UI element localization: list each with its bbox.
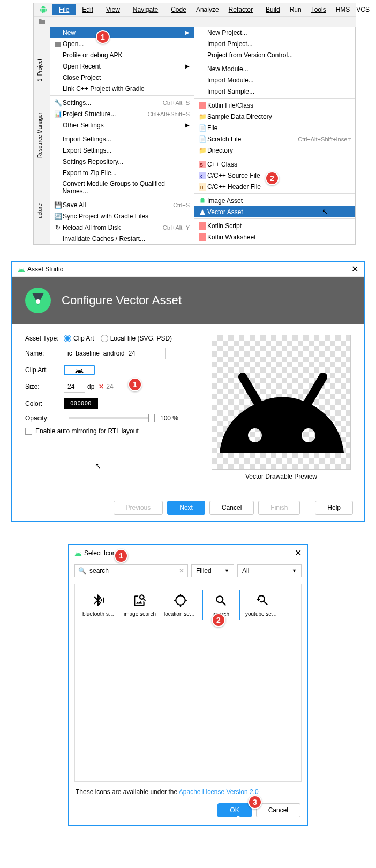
annotation-badge-2: 2: [265, 171, 279, 185]
menubar-analyze[interactable]: Analyze: [193, 4, 222, 15]
menu-settings[interactable]: 🔧Settings...Ctrl+Alt+S: [50, 97, 194, 108]
submenu-kotlin-worksheet[interactable]: Kotlin Worksheet: [194, 231, 355, 243]
cursor-icon: ↖: [236, 813, 243, 822]
annotation-badge-2: 2: [212, 613, 225, 627]
submenu-vector-asset[interactable]: Vector Asset↖: [194, 206, 355, 217]
cancel-button[interactable]: Cancel: [209, 501, 254, 515]
submenu-directory[interactable]: 📁Directory: [194, 145, 355, 156]
menu-sync-gradle[interactable]: 🔄Sync Project with Gradle Files: [50, 210, 194, 222]
mirroring-checkbox[interactable]: [25, 428, 32, 435]
reload-icon: ↻: [53, 224, 63, 231]
menubar-build[interactable]: Build: [259, 4, 287, 15]
asset-type-label: Asset Type:: [25, 335, 64, 342]
menu-open[interactable]: Open...: [50, 38, 194, 49]
menubar-hms[interactable]: HMS: [333, 4, 354, 15]
menu-convert-module[interactable]: Convert Module Groups to Qualified Names…: [50, 178, 194, 197]
submenu-import-module[interactable]: Import Module...: [194, 74, 355, 86]
menubar-navigate[interactable]: Navigate: [126, 4, 164, 15]
clip-art-button[interactable]: [64, 365, 95, 375]
icon-item-youtube-searched[interactable]: youtube searched: [243, 590, 281, 619]
color-picker[interactable]: 000000: [64, 398, 98, 409]
x-separator: ✕: [99, 383, 104, 390]
android-logo-icon: [74, 550, 82, 556]
local-file-radio[interactable]: [101, 335, 108, 342]
icon-item-image-search[interactable]: image search: [121, 590, 159, 619]
submenu-image-asset[interactable]: Image Asset: [194, 195, 355, 206]
submenu-scratch-file[interactable]: 📄Scratch FileCtrl+Alt+Shift+Insert: [194, 133, 355, 145]
search-icon: 🔍: [78, 567, 86, 575]
new-submenu: New Project... Import Project... Project…: [194, 27, 356, 244]
folder-icon: 📁: [198, 147, 207, 154]
menu-project-structure[interactable]: 📊Project Structure...Ctrl+Alt+Shift+S: [50, 108, 194, 119]
submenu-import-sample[interactable]: Import Sample...: [194, 86, 355, 97]
svg-text:S: S: [200, 162, 203, 168]
menu-other-settings[interactable]: Other Settings▶: [50, 119, 194, 131]
menubar-run[interactable]: Run: [287, 4, 305, 15]
menu-save-all[interactable]: 💾Save AllCtrl+S: [50, 199, 194, 210]
menu-export-zip[interactable]: Export to Zip File...: [50, 167, 194, 178]
menu-close-project[interactable]: Close Project: [50, 72, 194, 83]
finish-button[interactable]: Finish: [258, 501, 300, 515]
project-tab[interactable]: 1: Project: [37, 59, 43, 81]
ok-button[interactable]: OK: [217, 803, 251, 817]
opacity-slider[interactable]: [69, 417, 155, 419]
submenu-cpp-class[interactable]: SC++ Class: [194, 158, 355, 170]
close-button[interactable]: ✕: [295, 548, 302, 558]
clip-art-radio[interactable]: [64, 335, 71, 342]
menubar-vcs[interactable]: VCS: [353, 4, 373, 15]
menubar-window[interactable]: Window: [373, 4, 376, 15]
menu-import-settings[interactable]: Import Settings...: [50, 133, 194, 145]
submenu-new-module[interactable]: New Module...: [194, 63, 355, 74]
menubar-code[interactable]: Code: [164, 4, 193, 15]
size-label: Size:: [25, 383, 64, 390]
name-input[interactable]: [64, 348, 166, 359]
icon-search-input[interactable]: 🔍 search ✕: [74, 564, 188, 577]
submenu-new-project[interactable]: New Project...: [194, 27, 355, 38]
submenu-kotlin-script[interactable]: Kotlin Script: [194, 220, 355, 231]
menu-open-recent[interactable]: Open Recent▶: [50, 61, 194, 72]
preview-label: Vector Drawable Preview: [212, 470, 351, 484]
menu-new[interactable]: New▶: [50, 27, 194, 38]
submenu-kotlin-file[interactable]: Kotlin File/Class: [194, 100, 355, 111]
category-dropdown[interactable]: All▼: [237, 564, 302, 577]
menubar-refactor[interactable]: Refactor: [222, 4, 259, 15]
android-logo-icon: [36, 4, 50, 15]
open-folder-icon[interactable]: [38, 18, 46, 25]
menubar-tools[interactable]: Tools: [305, 4, 333, 15]
next-button[interactable]: Next: [167, 501, 205, 515]
wizard-header: Configure Vector Asset: [12, 277, 364, 324]
submenu-sample-data[interactable]: 📁Sample Data Directory: [194, 111, 355, 122]
icon-item-location-searching[interactable]: location searching: [162, 590, 199, 619]
tool-window-tabs: 1: Project Resource Manager ucture: [34, 27, 50, 244]
close-button[interactable]: ✕: [351, 264, 358, 274]
style-dropdown[interactable]: Filled▼: [191, 564, 234, 577]
icon-results-grid: bluetooth searching image search locatio…: [74, 584, 302, 782]
help-button[interactable]: Help: [315, 501, 353, 515]
menu-reload-disk[interactable]: ↻Reload All from DiskCtrl+Alt+Y: [50, 222, 194, 233]
menubar-view[interactable]: View: [100, 4, 126, 15]
icon-item-bluetooth[interactable]: bluetooth searching: [80, 590, 118, 619]
previous-button[interactable]: Previous: [114, 501, 163, 515]
clear-search-icon[interactable]: ✕: [179, 567, 184, 575]
menu-profile-apk[interactable]: Profile or debug APK: [50, 49, 194, 61]
menu-settings-repo[interactable]: Settings Repository...: [50, 156, 194, 167]
annotation-badge-1: 1: [96, 30, 110, 44]
menubar-file[interactable]: File: [52, 4, 76, 15]
submenu-file[interactable]: 📄File: [194, 122, 355, 133]
cancel-button[interactable]: Cancel: [256, 803, 300, 817]
menubar-edit[interactable]: Edit: [76, 4, 100, 15]
menu-link-cpp[interactable]: Link C++ Project with Gradle: [50, 83, 194, 94]
h-file-icon: H: [198, 183, 207, 191]
kotlin-icon: [198, 102, 207, 109]
menu-export-settings[interactable]: Export Settings...: [50, 145, 194, 156]
resource-manager-tab[interactable]: Resource Manager: [37, 112, 43, 158]
structure-tab[interactable]: ucture: [37, 203, 43, 218]
license-link[interactable]: Apache License Version 2.0: [179, 788, 259, 796]
submenu-version-control[interactable]: Project from Version Control...: [194, 49, 355, 61]
license-text: These icons are available under the Apac…: [69, 785, 307, 799]
bluetooth-searching-icon: [82, 592, 116, 609]
size-width-input[interactable]: [64, 381, 85, 393]
menu-invalidate-caches[interactable]: Invalidate Caches / Restart...: [50, 233, 194, 244]
svg-text:c: c: [200, 173, 203, 179]
submenu-import-project[interactable]: Import Project...: [194, 38, 355, 49]
